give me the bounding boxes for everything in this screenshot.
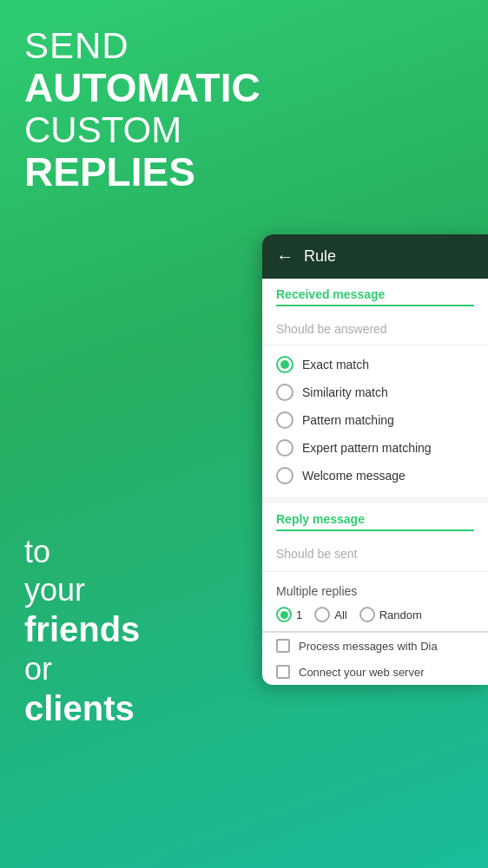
card-header: ← Rule — [262, 234, 488, 279]
reply-divider — [276, 529, 474, 531]
bottom-line1: to — [24, 533, 140, 570]
multiple-replies-label: Multiple replies — [262, 575, 488, 603]
multi-label-random: Random — [379, 608, 422, 621]
option-welcome[interactable]: Welcome message — [262, 462, 488, 490]
checkbox-dia[interactable]: Process messages with Dia — [262, 633, 488, 659]
match-options: Exact match Similarity match Pattern mat… — [262, 345, 488, 496]
option-similarity[interactable]: Similarity match — [262, 378, 488, 406]
mini-radio-random[interactable] — [359, 607, 375, 622]
reply-label: Reply message — [262, 503, 488, 529]
hero-line2: AUTOMATIC — [24, 66, 260, 110]
received-placeholder[interactable]: Should be answered — [262, 315, 488, 345]
radio-welcome[interactable] — [276, 467, 293, 484]
checkbox-dia-label: Process messages with Dia — [299, 640, 438, 653]
checkbox-server-box[interactable] — [276, 665, 290, 679]
radio-similarity[interactable] — [276, 384, 293, 401]
bottom-line2: your — [24, 571, 140, 608]
option-similarity-label: Similarity match — [302, 385, 388, 399]
option-exact[interactable]: Exact match — [262, 351, 488, 378]
checkbox-server[interactable]: Connect your web server — [262, 659, 488, 685]
option-pattern[interactable]: Pattern matching — [262, 406, 488, 434]
radio-expert[interactable] — [276, 439, 293, 457]
checkbox-server-label: Connect your web server — [299, 666, 425, 679]
multi-option-all[interactable]: All — [314, 607, 346, 622]
bottom-line5: clients — [24, 687, 140, 729]
hero-line4: REPLIES — [24, 150, 260, 194]
bottom-text: to your friends or clients — [24, 533, 140, 729]
hero-line3: CUSTOM — [24, 110, 260, 150]
received-divider — [276, 305, 474, 306]
radio-exact[interactable] — [276, 356, 293, 373]
checkbox-dia-box[interactable] — [276, 639, 290, 653]
multi-label-1: 1 — [296, 608, 302, 621]
hero-text: SEND AUTOMATIC CUSTOM REPLIES — [24, 26, 260, 194]
card-title: Rule — [304, 247, 336, 266]
option-exact-label: Exact match — [302, 358, 369, 372]
rule-card: ← Rule Received message Should be answer… — [262, 234, 488, 685]
option-pattern-label: Pattern matching — [302, 413, 394, 427]
reply-placeholder[interactable]: Should be sent — [262, 540, 488, 572]
multi-label-all: All — [334, 608, 346, 621]
option-welcome-label: Welcome message — [302, 469, 406, 483]
reply-section: Reply message Should be sent — [262, 503, 488, 575]
received-label: Received message — [262, 279, 488, 305]
mini-radio-all[interactable] — [314, 607, 330, 622]
bottom-line4: or — [24, 650, 140, 687]
mini-radio-1[interactable] — [276, 607, 292, 622]
back-button[interactable]: ← — [276, 247, 293, 266]
radio-pattern[interactable] — [276, 411, 293, 429]
bottom-line3: friends — [24, 608, 140, 650]
section-separator — [262, 496, 488, 503]
multi-radio-row: 1 All Random — [262, 603, 488, 631]
hero-line1: SEND — [24, 26, 260, 66]
multi-option-random[interactable]: Random — [359, 607, 422, 622]
option-expert[interactable]: Expert pattern matching — [262, 434, 488, 462]
option-expert-label: Expert pattern matching — [302, 441, 432, 455]
multi-option-1[interactable]: 1 — [276, 607, 302, 622]
